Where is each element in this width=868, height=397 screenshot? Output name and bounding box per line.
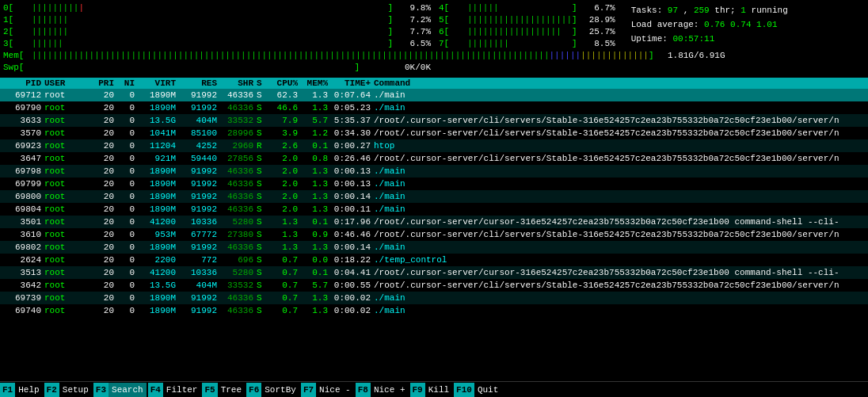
fn-key-number: F8: [356, 383, 371, 397]
fn-key-f2[interactable]: F2Setup: [44, 383, 92, 397]
table-row[interactable]: 69800 root 20 0 1890M 91992 46336 S 2.0 …: [0, 190, 868, 203]
load-line: Load average: 0.76 0.74 1.01: [631, 17, 788, 32]
fn-key-label: Search: [108, 383, 147, 397]
selected-process-row[interactable]: 69712 root 20 0 1890M 91992 46336 S 62.3…: [0, 89, 868, 101]
cpu-meter-6: 6[ |||||||||||||||||| ] 25.7%: [439, 25, 615, 37]
fn-key-label: Nice +: [371, 383, 409, 397]
fn-key-label: Kill: [425, 383, 452, 397]
swp-meter: Swp[ ] 0K/0K: [3, 61, 431, 73]
tasks-info: Tasks: 97 , 259 thr; 1 running Load aver…: [631, 2, 788, 73]
mem-meter: Mem[ |||||||||||||||||||||||||||||||||||…: [3, 49, 431, 61]
fn-key-f6[interactable]: F6SortBy: [246, 383, 299, 397]
table-row[interactable]: 3633 root 20 0 13.5G 404M 33532 S 7.9 5.…: [0, 114, 868, 127]
left-cpu-meters: 0[ ||||||||| | ] 9.8% 1[ ||||||| ] 7.2%: [3, 2, 431, 73]
fn-key-number: F7: [301, 383, 316, 397]
cpu-meter-4: 4[ |||||| ] 6.7%: [439, 2, 615, 13]
fn-key-number: F10: [454, 383, 474, 397]
fn-key-f10[interactable]: F10Quit: [454, 383, 501, 397]
cpu-meter-3: 3[ |||||| ] 6.5%: [3, 37, 431, 49]
fn-key-label: Tree: [218, 383, 245, 397]
cpu-meter-0: 0[ ||||||||| | ] 9.8%: [3, 2, 431, 13]
table-row[interactable]: 3513 root 20 0 41200 10336 5280 S 0.7 0.…: [0, 266, 868, 279]
table-row[interactable]: 3642 root 20 0 13.5G 404M 33532 S 0.7 5.…: [0, 279, 868, 292]
fn-key-number: F5: [202, 383, 217, 397]
table-row[interactable]: 69798 root 20 0 1890M 91992 46336 S 2.0 …: [0, 165, 868, 178]
process-table: PID USER PRI NI VIRT RES SHR S CPU% MEM%…: [0, 78, 868, 381]
fn-key-f8[interactable]: F8Nice +: [356, 383, 409, 397]
table-row[interactable]: 69799 root 20 0 1890M 91992 46336 S 2.0 …: [0, 178, 868, 190]
cpu-meter-2: 2[ ||||||| ] 7.7%: [3, 25, 431, 37]
table-row[interactable]: 69802 root 20 0 1890M 91992 46336 S 1.3 …: [0, 241, 868, 254]
process-list: 69790 root 20 0 1890M 91992 46336 S 46.6…: [0, 101, 868, 381]
fn-key-label: SortBy: [261, 383, 299, 397]
fn-key-number: F9: [410, 383, 425, 397]
right-cpu-meters: 4[ |||||| ] 6.7% 5[ ||||||||||||||||||||: [439, 2, 615, 73]
table-row[interactable]: 69923 root 20 0 11204 4252 2960 R 2.6 0.…: [0, 139, 868, 152]
table-row[interactable]: 3647 root 20 0 921M 59440 27856 S 2.0 0.…: [0, 152, 868, 165]
fn-key-label: Help: [15, 383, 42, 397]
table-row[interactable]: 2624 root 20 0 2200 772 696 S 0.7 0.0 0:…: [0, 254, 868, 266]
top-section: 0[ ||||||||| | ] 9.8% 1[ ||||||| ] 7.2%: [0, 0, 868, 74]
fn-key-label: Setup: [59, 383, 92, 397]
fn-key-f9[interactable]: F9Kill: [410, 383, 453, 397]
fn-key-label: Filter: [163, 383, 201, 397]
table-header: PID USER PRI NI VIRT RES SHR S CPU% MEM%…: [0, 78, 868, 89]
table-row[interactable]: 69804 root 20 0 1890M 91992 46336 S 2.0 …: [0, 203, 868, 216]
fn-key-f3[interactable]: F3Search: [93, 383, 147, 397]
tasks-line: Tasks: 97 , 259 thr; 1 running: [631, 3, 788, 17]
fn-key-label: Quit: [474, 383, 501, 397]
table-row[interactable]: 69740 root 20 0 1890M 91992 46336 S 0.7 …: [0, 304, 868, 317]
htop-screen: 0[ ||||||||| | ] 9.8% 1[ ||||||| ] 7.2%: [0, 0, 868, 397]
fn-key-label: Nice -: [316, 383, 354, 397]
table-row[interactable]: 3610 root 20 0 953M 67772 27380 S 1.3 0.…: [0, 228, 868, 241]
right-section: 4[ |||||| ] 6.7% 5[ ||||||||||||||||||||: [431, 2, 865, 73]
uptime-line: Uptime: 00:57:11: [631, 32, 788, 46]
fn-key-number: F3: [93, 383, 108, 397]
fn-key-number: F4: [148, 383, 163, 397]
fn-key-f4[interactable]: F4Filter: [148, 383, 201, 397]
fn-key-f5[interactable]: F5Tree: [202, 383, 245, 397]
fn-key-number: F2: [44, 383, 59, 397]
table-row[interactable]: 69739 root 20 0 1890M 91992 46336 S 0.7 …: [0, 292, 868, 304]
table-row[interactable]: 3570 root 20 0 1041M 85100 28996 S 3.9 1…: [0, 127, 868, 139]
fn-key-f1[interactable]: F1Help: [0, 383, 43, 397]
cpu-meter-5: 5[ |||||||||||||||||||| ] 28.9%: [439, 13, 615, 25]
fn-key-number: F6: [246, 383, 261, 397]
cpu-meter-1: 1[ ||||||| ] 7.2%: [3, 13, 431, 25]
fn-key-number: F1: [0, 383, 15, 397]
fn-key-f7[interactable]: F7Nice -: [301, 383, 354, 397]
bottom-bar: F1HelpF2SetupF3SearchF4FilterF5TreeF6Sor…: [0, 381, 868, 397]
table-row[interactable]: 3501 root 20 0 41200 10336 5280 S 1.3 0.…: [0, 216, 868, 228]
cpu-meter-7: 7[ |||||||| ] 8.5%: [439, 37, 615, 49]
table-row[interactable]: 69790 root 20 0 1890M 91992 46336 S 46.6…: [0, 101, 868, 114]
